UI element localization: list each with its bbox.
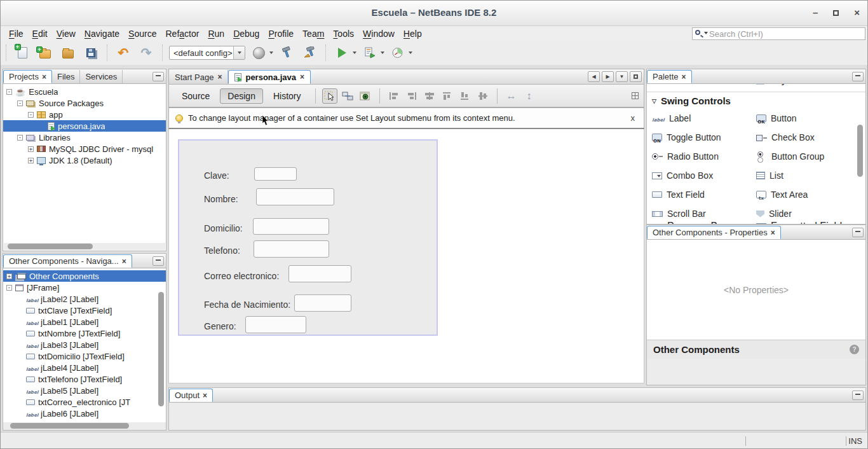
chevron-down-icon[interactable] xyxy=(233,46,245,59)
new-project-button[interactable]: + xyxy=(36,43,55,62)
chevron-down-icon[interactable] xyxy=(409,52,412,54)
menu-file[interactable]: File xyxy=(4,27,28,40)
form-label-clave[interactable]: Clave: xyxy=(204,170,229,181)
search-icon[interactable] xyxy=(693,29,709,39)
close-icon[interactable]: × xyxy=(122,257,126,266)
menu-tools[interactable]: Tools xyxy=(329,27,358,40)
menu-edit[interactable]: Edit xyxy=(28,27,52,40)
align-top-button[interactable] xyxy=(440,88,455,104)
scrollbar-thumb[interactable] xyxy=(10,423,129,429)
jframe-design-surface[interactable]: Clave: Nombre: Domicilio: Telefono: Corr… xyxy=(178,139,438,336)
window-minimize-button[interactable]: – xyxy=(813,8,818,18)
deploy-button[interactable] xyxy=(249,43,268,62)
palette-item-check-box[interactable]: Check Box xyxy=(756,131,864,144)
navigator-node-12[interactable]: jLabel6 [JLabel] xyxy=(3,408,166,419)
preview-design-button[interactable] xyxy=(358,88,373,104)
minimize-panel-button[interactable] xyxy=(153,256,164,266)
palette-item-combo-box[interactable]: Combo Box xyxy=(652,169,756,182)
center-horizontal-button[interactable] xyxy=(422,88,437,104)
chevron-down-icon[interactable] xyxy=(353,52,356,54)
form-field-clave[interactable] xyxy=(254,167,297,181)
form-field-correo[interactable] xyxy=(288,265,351,282)
horizontal-scrollbar[interactable] xyxy=(4,422,165,429)
help-icon[interactable]: ? xyxy=(850,345,859,354)
collapse-handle-icon[interactable]: - xyxy=(17,135,23,141)
palette-item-radio-button[interactable]: Radio Button xyxy=(652,150,756,163)
menu-view[interactable]: View xyxy=(52,27,80,40)
scroll-tabs-right-button[interactable]: ▶ xyxy=(602,71,614,82)
undo-button[interactable]: ↶ xyxy=(114,43,133,62)
palette-item-formatted-field[interactable]: Formatted Field xyxy=(756,221,860,224)
menu-team[interactable]: Team xyxy=(298,27,329,40)
window-close-button[interactable]: × xyxy=(854,8,860,18)
palette-item-scroll-bar[interactable]: Scroll Bar xyxy=(652,207,756,220)
horizontal-scrollbar[interactable] xyxy=(4,243,165,250)
project-node-0[interactable]: -Escuela xyxy=(3,86,166,97)
center-vertical-button[interactable] xyxy=(475,88,491,104)
menu-run[interactable]: Run xyxy=(203,27,229,40)
close-icon[interactable]: × xyxy=(771,228,775,237)
tab-start-page[interactable]: Start Page× xyxy=(169,70,228,84)
palette-item-progress-bar[interactable]: Progress Bar xyxy=(652,221,756,224)
vertical-resize-button[interactable]: ↕ xyxy=(522,88,537,104)
project-node-1[interactable]: -Source Packages xyxy=(3,97,166,109)
form-label-telefono[interactable]: Telefono: xyxy=(204,245,240,256)
search-input[interactable] xyxy=(709,29,865,39)
navigator-node-4[interactable]: jLabel1 [JLabel] xyxy=(3,316,166,328)
form-label-domicilio[interactable]: Domicilio: xyxy=(204,223,243,233)
tab-projects[interactable]: Projects× xyxy=(3,70,52,83)
align-bottom-button[interactable] xyxy=(458,88,473,104)
palette-item-text-field[interactable]: Text Field xyxy=(652,188,756,201)
palette-item-layered-pane[interactable]: Layered Pane xyxy=(756,84,860,86)
align-right-button[interactable] xyxy=(404,88,419,104)
collapse-handle-icon[interactable]: - xyxy=(28,112,34,118)
minimize-panel-button[interactable] xyxy=(852,72,864,81)
close-icon[interactable]: × xyxy=(217,73,222,81)
clean-build-button[interactable] xyxy=(300,43,319,62)
tab-palette[interactable]: Palette× xyxy=(647,70,692,83)
config-select[interactable]: <default config> xyxy=(169,46,245,60)
minimize-panel-button[interactable] xyxy=(852,228,864,237)
form-label-fecha[interactable]: Fecha de Nacimiento: xyxy=(204,300,290,310)
navigator-node-8[interactable]: jLabel4 [JLabel] xyxy=(3,362,166,373)
expand-handle-icon[interactable]: + xyxy=(6,273,12,279)
navigator-node-5[interactable]: txtNombre [JTextField] xyxy=(3,328,166,339)
chevron-down-icon[interactable] xyxy=(381,52,384,54)
form-label-nombre[interactable]: Nombre: xyxy=(204,194,238,204)
form-label-genero[interactable]: Genero: xyxy=(204,321,236,331)
menu-debug[interactable]: Debug xyxy=(229,27,264,40)
navigator-node-6[interactable]: jLabel3 [JLabel] xyxy=(3,339,166,350)
form-field-domicilio[interactable] xyxy=(253,218,329,235)
palette-item-label[interactable]: Label xyxy=(652,112,756,125)
debug-project-button[interactable] xyxy=(360,43,379,62)
collapse-handle-icon[interactable]: - xyxy=(17,100,23,106)
navigator-node-1[interactable]: -[JFrame] xyxy=(3,282,166,293)
view-source-button[interactable]: Source xyxy=(174,88,217,104)
form-field-telefono[interactable] xyxy=(254,240,329,258)
run-project-button[interactable] xyxy=(332,43,351,62)
menu-source[interactable]: Source xyxy=(124,27,161,40)
tab-persona-java[interactable]: persona.java× xyxy=(228,70,311,84)
palette-item-text-area[interactable]: Text Area xyxy=(756,188,864,201)
form-field-fecha[interactable] xyxy=(294,294,351,312)
tab-output[interactable]: Output× xyxy=(169,389,213,402)
close-icon[interactable]: × xyxy=(681,73,686,81)
navigator-node-2[interactable]: jLabel2 [JLabel] xyxy=(3,293,166,305)
scroll-tabs-left-button[interactable]: ◀ xyxy=(588,71,600,82)
tab-properties[interactable]: Other Components - Properties× xyxy=(647,226,781,239)
chevron-down-icon[interactable] xyxy=(269,52,273,54)
vertical-scrollbar-thumb[interactable] xyxy=(857,125,863,177)
project-node-3[interactable]: persona.java xyxy=(3,120,166,132)
tab-services[interactable]: Services xyxy=(80,70,123,83)
menu-profile[interactable]: Profile xyxy=(264,27,298,40)
close-icon[interactable]: × xyxy=(300,73,304,81)
menu-window[interactable]: Window xyxy=(358,27,399,40)
project-node-5[interactable]: +MySQL JDBC Driver - mysql xyxy=(3,143,166,155)
new-file-button[interactable]: + xyxy=(13,43,32,62)
vertical-scrollbar-thumb[interactable] xyxy=(158,292,164,406)
connection-mode-button[interactable] xyxy=(340,88,355,104)
palette-item-button[interactable]: Button xyxy=(756,112,864,125)
scrollbar-thumb[interactable] xyxy=(8,244,93,249)
minimize-panel-button[interactable] xyxy=(153,72,164,81)
minimize-panel-button[interactable] xyxy=(852,390,864,400)
